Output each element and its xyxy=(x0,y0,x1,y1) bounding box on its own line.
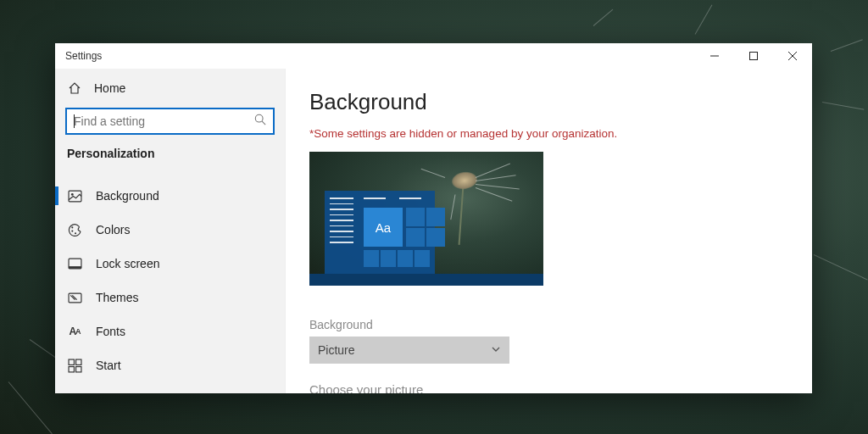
sidebar-item-lock-screen[interactable]: Lock screen xyxy=(55,247,285,281)
close-icon xyxy=(788,52,797,60)
svg-point-3 xyxy=(70,192,73,195)
sidebar-item-start[interactable]: Start xyxy=(55,348,285,382)
maximize-button[interactable] xyxy=(734,43,773,69)
home-button[interactable]: Home xyxy=(55,69,285,104)
svg-point-5 xyxy=(71,230,73,231)
home-label: Home xyxy=(94,81,125,95)
window-controls xyxy=(695,43,812,69)
sidebar-item-label: Colors xyxy=(96,223,130,236)
svg-point-4 xyxy=(71,226,73,228)
sidebar-item-label: Lock screen xyxy=(96,257,159,270)
preview-sample-text: Aa xyxy=(364,208,403,247)
fonts-icon: AA xyxy=(67,324,82,339)
choose-picture-label: Choose your picture xyxy=(309,382,788,393)
svg-rect-11 xyxy=(75,359,81,364)
content-pane: Background *Some settings are hidden or … xyxy=(286,69,812,393)
chevron-down-icon xyxy=(491,343,501,357)
search-input[interactable] xyxy=(74,114,254,128)
sidebar-item-fonts[interactable]: AA Fonts xyxy=(55,314,285,348)
svg-rect-8 xyxy=(69,266,81,269)
svg-rect-2 xyxy=(69,191,81,202)
svg-rect-0 xyxy=(750,53,758,60)
desktop-wallpaper: Settings Home xyxy=(0,0,868,434)
text-caret xyxy=(74,114,75,128)
minimize-button[interactable] xyxy=(695,43,734,69)
lock-screen-icon xyxy=(67,256,82,271)
sidebar-item-label: Fonts xyxy=(96,325,125,338)
search-input-container[interactable] xyxy=(65,108,275,135)
sidebar-item-label: Background xyxy=(96,189,159,203)
sidebar: Home Personalization Background xyxy=(55,69,286,393)
org-warning-text: *Some settings are hidden or managed by … xyxy=(309,127,788,140)
svg-rect-10 xyxy=(69,359,74,364)
window-title: Settings xyxy=(65,50,102,62)
nav-list: Background Colors Lock screen xyxy=(55,175,285,382)
background-type-dropdown[interactable]: Picture xyxy=(309,337,509,364)
sidebar-item-background[interactable]: Background xyxy=(55,179,285,213)
svg-point-1 xyxy=(255,114,263,122)
svg-point-6 xyxy=(74,232,75,234)
settings-window: Settings Home xyxy=(55,43,812,393)
sidebar-item-themes[interactable]: Themes xyxy=(55,281,285,314)
palette-icon xyxy=(67,222,82,237)
titlebar[interactable]: Settings xyxy=(55,43,812,69)
home-icon xyxy=(67,81,82,96)
sidebar-item-colors[interactable]: Colors xyxy=(55,213,285,247)
page-title: Background xyxy=(309,89,788,115)
sidebar-item-label: Themes xyxy=(96,291,139,304)
image-icon xyxy=(67,188,82,203)
section-heading: Personalization xyxy=(55,147,285,175)
search-icon xyxy=(254,114,266,129)
background-field-label: Background xyxy=(309,318,788,331)
sidebar-item-label: Start xyxy=(96,359,121,372)
start-icon xyxy=(67,358,82,373)
svg-rect-13 xyxy=(75,366,81,371)
close-button[interactable] xyxy=(773,43,812,69)
svg-rect-12 xyxy=(69,366,74,371)
themes-icon xyxy=(67,290,82,305)
minimize-icon xyxy=(710,52,719,60)
maximize-icon xyxy=(749,52,758,60)
background-preview: Aa xyxy=(309,152,543,286)
dropdown-value: Picture xyxy=(318,343,355,357)
